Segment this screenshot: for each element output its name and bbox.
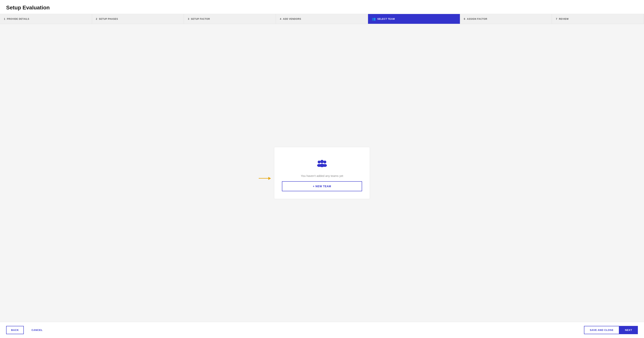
- step-6-label: ASSIGN FACTOR: [467, 18, 487, 20]
- arrow-line: [259, 178, 268, 178]
- svg-point-4: [320, 160, 324, 163]
- step-2-label: SETUP PHASES: [99, 18, 118, 20]
- step-3-label: SETUP FACTOR: [191, 18, 210, 20]
- page-wrapper: Setup Evaluation 1 PROVIDE DETAILS 2 SET…: [0, 0, 644, 338]
- card-wrapper: You haven't added any teams yet + NEW TE…: [274, 147, 370, 199]
- step-3-setup-factor[interactable]: 3 SETUP FACTOR: [184, 14, 276, 24]
- step-5-select-team[interactable]: 👥 SELECT TEAM: [368, 14, 460, 24]
- footer-right: SAVE AND CLOSE NEXT: [584, 326, 638, 334]
- step-7-label: REVIEW: [559, 18, 569, 20]
- svg-point-5: [320, 164, 325, 167]
- step-3-number: 3: [188, 18, 189, 20]
- header: Setup Evaluation: [0, 0, 644, 14]
- empty-state-text: You haven't added any teams yet: [301, 174, 343, 178]
- save-and-close-button[interactable]: SAVE AND CLOSE: [584, 326, 619, 334]
- users-icon: 👥: [372, 17, 376, 21]
- footer-left: BACK CANCEL: [6, 326, 47, 334]
- team-card: You haven't added any teams yet + NEW TE…: [274, 147, 370, 199]
- back-button[interactable]: BACK: [6, 326, 24, 334]
- step-1-label: PROVIDE DETAILS: [7, 18, 29, 20]
- footer: BACK CANCEL SAVE AND CLOSE NEXT: [0, 322, 644, 338]
- step-7-review[interactable]: 7 REVIEW: [552, 14, 644, 24]
- arrow-indicator: [259, 177, 271, 180]
- new-team-button[interactable]: + NEW TEAM: [282, 181, 362, 191]
- step-7-number: 7: [556, 18, 557, 20]
- cancel-button[interactable]: CANCEL: [27, 326, 47, 334]
- step-4-number: 4: [280, 18, 281, 20]
- team-empty-icon: [316, 159, 328, 170]
- stepper: 1 PROVIDE DETAILS 2 SETUP PHASES 3 SETUP…: [0, 14, 644, 24]
- step-2-number: 2: [96, 18, 98, 20]
- step-1-number: 1: [4, 18, 5, 20]
- step-4-add-vendors[interactable]: 4 ADD VENDORS: [276, 14, 368, 24]
- next-button[interactable]: NEXT: [619, 326, 638, 334]
- step-6-assign-factor[interactable]: 6 ASSIGN FACTOR: [460, 14, 552, 24]
- step-6-number: 6: [464, 18, 466, 20]
- step-2-setup-phases[interactable]: 2 SETUP PHASES: [92, 14, 184, 24]
- svg-point-0: [318, 160, 321, 164]
- page-title: Setup Evaluation: [6, 4, 638, 11]
- step-5-label: SELECT TEAM: [377, 18, 395, 20]
- step-4-label: ADD VENDORS: [283, 18, 301, 20]
- svg-point-2: [324, 160, 326, 164]
- arrow-head: [268, 177, 271, 180]
- main-content: You haven't added any teams yet + NEW TE…: [0, 24, 644, 322]
- step-1-provide-details[interactable]: 1 PROVIDE DETAILS: [0, 14, 92, 24]
